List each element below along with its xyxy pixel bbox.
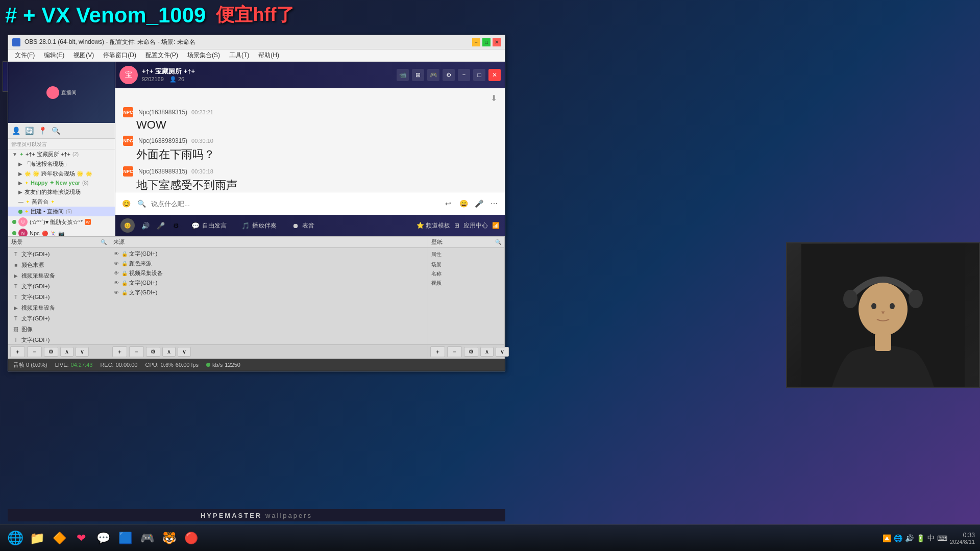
search-msg-icon[interactable]: 🔍 xyxy=(136,198,147,209)
taskbar-clock[interactable]: 0:33 2024/8/11 xyxy=(950,532,975,545)
audio-video-item[interactable]: 视频 xyxy=(429,279,503,288)
taskbar-app-3[interactable]: 💬 xyxy=(93,528,113,548)
signal-icon[interactable]: 📶 xyxy=(492,222,500,229)
qq-grid-btn[interactable]: ⊞ xyxy=(412,69,424,81)
menu-file[interactable]: 文件(F) xyxy=(11,50,39,61)
qq-video-btn[interactable]: 📹 xyxy=(397,69,409,81)
menu-dockable[interactable]: 停靠窗口(D) xyxy=(99,50,140,61)
channel-item-1[interactable]: ▼ ✦ +†+ 宝藏厕所 +†+ (2) xyxy=(8,149,115,159)
obs-minimize-button[interactable]: － xyxy=(472,38,480,46)
scenes-search-icon[interactable]: 🔍 xyxy=(101,239,107,245)
source-label-1: 文字(GDI+) xyxy=(129,250,157,258)
music-btn[interactable]: 🎵 播放伴奏 xyxy=(237,219,281,232)
reaction-icon[interactable]: 😄 xyxy=(458,198,469,209)
scene-up-btn[interactable]: ∧ xyxy=(60,347,74,357)
chat-input-field[interactable] xyxy=(151,196,438,211)
source-item-3[interactable]: 👁 🔒 视频采集设备 xyxy=(111,268,427,278)
menu-scene-collection[interactable]: 场景集合(S) xyxy=(183,50,224,61)
qq-settings-btn[interactable]: ⚙ xyxy=(443,69,455,81)
tray-network-icon[interactable]: 🌐 xyxy=(894,534,902,542)
qq-game-btn[interactable]: 🎮 xyxy=(427,69,439,81)
source-up-btn[interactable]: ∧ xyxy=(162,347,176,357)
menu-edit[interactable]: 编辑(E) xyxy=(40,50,68,61)
tray-battery-icon[interactable]: 🔋 xyxy=(916,534,925,542)
source-item-5[interactable]: 👁 🔒 文字(GDI+) xyxy=(111,288,427,297)
channel-item-7[interactable]: ✦ 团建 • 直播间 (6) xyxy=(8,207,115,216)
channel-item-3[interactable]: ▶ 🌟 🌟 跨年歌会现场 🌟 🌟 xyxy=(8,169,115,179)
ellipsis-icon[interactable]: ⋯ xyxy=(488,198,500,209)
qq-minimize-btn[interactable]: － xyxy=(458,69,470,81)
scene-item-9[interactable]: T 文字(GDI+) xyxy=(9,335,109,344)
audio-scene-item[interactable]: 场景 xyxy=(429,260,503,269)
menu-view[interactable]: 视图(V) xyxy=(69,50,98,61)
user-item-1[interactable]: U (☆°°`)♥ 骶肋女孩☆°* W xyxy=(8,216,115,228)
source-item-2[interactable]: 👁 🔒 颜色来源 xyxy=(111,259,427,268)
add-source-btn[interactable]: ＋ xyxy=(112,346,127,357)
obs-maximize-button[interactable]: □ xyxy=(482,38,491,46)
taskbar-app-2[interactable]: ❤ xyxy=(71,528,91,548)
location-icon[interactable]: 📍 xyxy=(37,125,48,136)
scene-item-6[interactable]: ▶ 视频采集设备 xyxy=(9,303,109,313)
wallpaper-down-btn[interactable]: ∨ xyxy=(496,347,509,357)
add-wallpaper-btn[interactable]: ＋ xyxy=(430,346,445,357)
scroll-down-btn[interactable]: ⬇ xyxy=(491,93,497,103)
taskbar-explorer-icon[interactable]: 📁 xyxy=(27,528,47,548)
obs-close-button[interactable]: ✕ xyxy=(493,38,501,46)
settings2-icon[interactable]: ⚙ xyxy=(172,221,181,230)
wallpaper-search-icon[interactable]: 🔍 xyxy=(495,239,501,245)
remove-scene-btn[interactable]: － xyxy=(27,346,42,357)
wallpaper-up-btn[interactable]: ∧ xyxy=(480,347,494,357)
channel-template-btn[interactable]: ⭐ 频道模板 xyxy=(416,221,450,230)
wallpaper-settings-btn[interactable]: ⚙ xyxy=(464,347,478,357)
audio-name-item[interactable]: 名称 xyxy=(429,269,503,279)
volume-icon[interactable]: 🔊 xyxy=(141,221,150,230)
tray-lang-icon[interactable]: 中 xyxy=(927,534,935,543)
free-speak-btn[interactable]: 💬 自由发言 xyxy=(187,219,231,232)
qq-close-btn[interactable]: ✕ xyxy=(488,69,501,81)
app-grid-icon[interactable]: ⊞ xyxy=(454,222,459,229)
mic-icon[interactable]: 🎤 xyxy=(473,198,484,209)
user-icon[interactable]: 👤 xyxy=(10,125,21,136)
qq-maximize-btn[interactable]: □ xyxy=(473,69,485,81)
channel-item-5[interactable]: ▶ 友友们的抹暗演说现场 xyxy=(8,187,115,197)
menu-profile[interactable]: 配置文件(P) xyxy=(141,50,182,61)
scene-item-3[interactable]: ▶ 视频采集设备 xyxy=(9,270,109,281)
emoji-icon[interactable]: 😊 xyxy=(120,198,132,209)
tray-icon-1[interactable]: 🔼 xyxy=(883,534,891,542)
performance-btn[interactable]: ⏺ 表音 xyxy=(287,219,318,232)
remove-wallpaper-btn[interactable]: － xyxy=(447,346,462,357)
scene-settings-btn[interactable]: ⚙ xyxy=(44,347,58,357)
scene-down-btn[interactable]: ∨ xyxy=(76,347,89,357)
scene-item-4[interactable]: T 文字(GDI+) xyxy=(9,281,109,292)
taskbar-app-4[interactable]: 🟦 xyxy=(115,528,135,548)
tray-sound-icon[interactable]: 🔊 xyxy=(905,534,914,542)
source-item-1[interactable]: 👁 🔒 文字(GDI+) xyxy=(111,249,427,259)
refresh-icon[interactable]: 🔄 xyxy=(23,125,35,136)
taskbar-browser-icon[interactable]: 🌐 xyxy=(5,528,26,548)
channel-item-happy-new-year[interactable]: ▶ ✦ Happy ✦ New year (8) xyxy=(8,179,115,187)
source-settings-btn[interactable]: ⚙ xyxy=(146,347,160,357)
send-icon[interactable]: ↩ xyxy=(443,198,454,209)
search-icon[interactable]: 🔍 xyxy=(50,125,61,136)
scene-item-7[interactable]: T 文字(GDI+) xyxy=(9,313,109,324)
user-item-npc[interactable]: N Npc 🔴 🃏 📷 xyxy=(8,228,115,236)
add-scene-btn[interactable]: ＋ xyxy=(10,346,25,357)
source-down-btn[interactable]: ∨ xyxy=(178,347,191,357)
scene-item-1[interactable]: T 文字(GDI+) xyxy=(9,249,109,260)
menu-help[interactable]: 帮助(H) xyxy=(254,50,283,61)
taskbar-app-1[interactable]: 🔶 xyxy=(49,528,69,548)
tray-keyboard-icon[interactable]: ⌨ xyxy=(937,534,947,542)
app-center-btn[interactable]: 应用中心 xyxy=(463,221,488,230)
source-item-4[interactable]: 👁 🔒 文字(GDI+) xyxy=(111,278,427,288)
taskbar-app-5[interactable]: 🎮 xyxy=(137,528,157,548)
scene-item-2[interactable]: ■ 颜色来源 xyxy=(9,260,109,270)
channel-item-2[interactable]: ▶ 「海选报名现场」 xyxy=(8,159,115,169)
taskbar-app-6[interactable]: 🐯 xyxy=(159,528,179,548)
channel-item-6[interactable]: — ✦ 蒸音台 ✦ xyxy=(8,197,115,207)
scene-item-5[interactable]: T 文字(GDI+) xyxy=(9,292,109,303)
taskbar-app-7[interactable]: 🔴 xyxy=(181,528,201,548)
scene-item-8[interactable]: 🖼 图像 xyxy=(9,324,109,335)
mic2-icon[interactable]: 🎤 xyxy=(156,221,165,230)
menu-tools[interactable]: 工具(T) xyxy=(225,50,253,61)
remove-source-btn[interactable]: － xyxy=(129,346,144,357)
